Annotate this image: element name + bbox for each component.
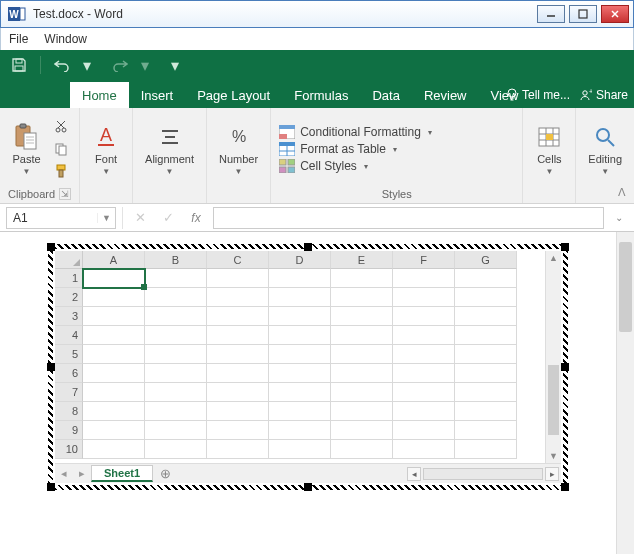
name-box-dropdown[interactable]: ▼ [97, 213, 115, 223]
cell[interactable] [393, 440, 455, 459]
conditional-formatting-button[interactable]: Conditional Formatting▾ [279, 125, 432, 139]
cell[interactable] [83, 383, 145, 402]
name-box[interactable]: A1 ▼ [6, 207, 116, 229]
cell[interactable] [393, 307, 455, 326]
row-header[interactable]: 1 [55, 269, 83, 288]
column-header[interactable]: E [331, 251, 393, 269]
insert-function-button[interactable]: fx [185, 207, 207, 229]
resize-handle-bl[interactable] [47, 483, 55, 491]
cell[interactable] [83, 440, 145, 459]
cell[interactable] [455, 326, 517, 345]
cell[interactable] [393, 326, 455, 345]
cell[interactable] [393, 345, 455, 364]
cell[interactable] [207, 288, 269, 307]
cell[interactable] [145, 383, 207, 402]
cell[interactable] [207, 326, 269, 345]
format-painter-button[interactable] [51, 162, 71, 180]
cell[interactable] [145, 345, 207, 364]
document-vscroll-thumb[interactable] [619, 242, 632, 332]
resize-handle-tr[interactable] [561, 243, 569, 251]
row-header[interactable]: 8 [55, 402, 83, 421]
cell[interactable] [83, 421, 145, 440]
cell[interactable] [145, 421, 207, 440]
select-all-corner[interactable] [55, 251, 83, 269]
cell[interactable] [393, 364, 455, 383]
number-button[interactable]: % Number ▼ [215, 121, 262, 178]
row-header[interactable]: 2 [55, 288, 83, 307]
scroll-up-arrow[interactable]: ▲ [546, 251, 561, 265]
maximize-button[interactable] [569, 5, 597, 23]
row-header[interactable]: 7 [55, 383, 83, 402]
cell[interactable] [207, 440, 269, 459]
row-header[interactable]: 10 [55, 440, 83, 459]
cell[interactable] [455, 288, 517, 307]
hscroll-right[interactable]: ▸ [545, 467, 559, 481]
cell[interactable] [83, 269, 145, 288]
cell[interactable] [455, 345, 517, 364]
cell[interactable] [207, 402, 269, 421]
tab-home[interactable]: Home [70, 82, 129, 108]
tell-me[interactable]: Tell me... [506, 88, 570, 102]
cell[interactable] [455, 383, 517, 402]
cell[interactable] [455, 364, 517, 383]
cell[interactable] [393, 402, 455, 421]
redo-dropdown[interactable]: ▾ [141, 56, 157, 75]
cell[interactable] [331, 383, 393, 402]
row-header[interactable]: 3 [55, 307, 83, 326]
cell[interactable] [83, 345, 145, 364]
cell[interactable] [331, 307, 393, 326]
sheet-vertical-scrollbar[interactable]: ▲ ▼ [545, 251, 561, 463]
cell-styles-button[interactable]: Cell Styles▾ [279, 159, 432, 173]
cell[interactable] [269, 383, 331, 402]
close-button[interactable] [601, 5, 629, 23]
cell[interactable] [331, 440, 393, 459]
cell[interactable] [393, 383, 455, 402]
scroll-down-arrow[interactable]: ▼ [546, 449, 561, 463]
cell[interactable] [331, 326, 393, 345]
cell[interactable] [269, 326, 331, 345]
paste-button[interactable]: Paste ▼ [8, 121, 44, 178]
sheet-tab-active[interactable]: Sheet1 [91, 465, 153, 482]
cell[interactable] [331, 288, 393, 307]
cell[interactable] [269, 421, 331, 440]
copy-button[interactable] [51, 140, 71, 158]
cell[interactable] [331, 421, 393, 440]
cell[interactable] [83, 402, 145, 421]
cell[interactable] [145, 364, 207, 383]
cell[interactable] [455, 307, 517, 326]
cell[interactable] [207, 345, 269, 364]
column-header[interactable]: D [269, 251, 331, 269]
cell[interactable] [331, 269, 393, 288]
share-button[interactable]: + Share [580, 88, 628, 102]
row-header[interactable]: 6 [55, 364, 83, 383]
undo-dropdown[interactable]: ▾ [83, 56, 99, 75]
cell[interactable] [269, 402, 331, 421]
cell[interactable] [207, 383, 269, 402]
hscroll-track[interactable] [423, 468, 543, 480]
row-header[interactable]: 4 [55, 326, 83, 345]
cell[interactable] [393, 421, 455, 440]
cut-button[interactable] [51, 118, 71, 136]
tab-page-layout[interactable]: Page Layout [185, 82, 282, 108]
undo-button[interactable] [49, 54, 75, 76]
column-header[interactable]: C [207, 251, 269, 269]
cell[interactable] [145, 402, 207, 421]
format-as-table-button[interactable]: Format as Table▾ [279, 142, 432, 156]
cell[interactable] [269, 345, 331, 364]
cell[interactable] [83, 288, 145, 307]
save-button[interactable] [6, 54, 32, 76]
alignment-button[interactable]: Alignment ▼ [141, 121, 198, 178]
sheet-nav-prev[interactable]: ▸ [73, 467, 91, 480]
minimize-button[interactable] [537, 5, 565, 23]
row-header[interactable]: 9 [55, 421, 83, 440]
cell[interactable] [269, 364, 331, 383]
resize-handle-mr[interactable] [561, 363, 569, 371]
cell[interactable] [145, 269, 207, 288]
cell[interactable] [331, 345, 393, 364]
font-button[interactable]: A Font ▼ [88, 121, 124, 178]
resize-handle-tc[interactable] [304, 243, 312, 251]
cell[interactable] [145, 288, 207, 307]
cell[interactable] [269, 307, 331, 326]
embedded-spreadsheet-object[interactable]: 12345678910 ABCDEFG ▲ ▼ ◂ ▸ Sheet1 [48, 244, 568, 490]
resize-handle-br[interactable] [561, 483, 569, 491]
